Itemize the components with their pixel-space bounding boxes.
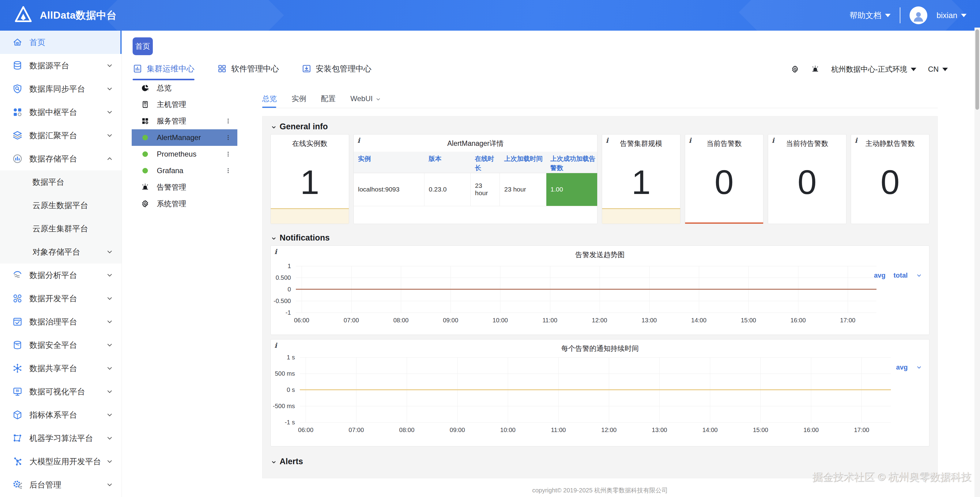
sidebar-item[interactable]: 数据安全平台 <box>0 333 122 357</box>
info-icon[interactable] <box>274 341 277 349</box>
more-vert-icon[interactable] <box>224 117 232 125</box>
service-menu-item-label: Prometheus <box>157 150 224 158</box>
module-tab[interactable]: 软件管理中心 <box>217 61 279 78</box>
username-label: bixian <box>937 11 957 20</box>
service-menu-item[interactable]: Grafana <box>132 162 237 179</box>
x-axis-tick-label: 06:00 <box>294 317 309 324</box>
sidebar-item[interactable]: 指标体系平台 <box>0 403 122 427</box>
sidebar-item[interactable]: 首页 <box>0 31 122 54</box>
help-doc-menu[interactable]: 帮助文档 <box>850 10 891 21</box>
sidebar-item[interactable]: 对象存储平台 <box>0 240 122 263</box>
sidebar-item[interactable]: 数据治理平台 <box>0 310 122 333</box>
detail-tab[interactable]: 配置 <box>321 89 336 108</box>
alert-siren-icon[interactable] <box>811 65 819 73</box>
header-divider <box>900 7 900 23</box>
stat-value: 1 <box>602 165 680 199</box>
sidebar-item[interactable]: 数据共享平台 <box>0 357 122 380</box>
home-tag-button[interactable]: 首页 <box>133 37 153 55</box>
sidebar-item[interactable]: 数据库同步平台 <box>0 77 122 100</box>
legend-item[interactable]: avg <box>874 271 886 279</box>
service-menu-item-label: 服务管理 <box>157 116 224 126</box>
module-tab[interactable]: 安装包管理中心 <box>302 61 371 78</box>
sidebar-item[interactable]: 数据存储平台 <box>0 147 122 170</box>
service-menu-item[interactable]: 告警管理 <box>132 179 237 196</box>
info-icon[interactable] <box>274 248 277 256</box>
caret-down-icon <box>961 14 967 17</box>
sidebar-item-label: 数据汇聚平台 <box>29 130 106 141</box>
sidebar-item[interactable]: 数据源平台 <box>0 54 122 77</box>
chev-down-icon[interactable] <box>916 272 923 279</box>
detail-tab[interactable]: WebUI <box>350 89 381 108</box>
info-icon[interactable] <box>689 136 691 144</box>
table-column-header[interactable]: 实例 <box>354 152 425 173</box>
chev-down-icon <box>106 388 114 395</box>
section-alerts[interactable]: Alerts <box>270 455 929 468</box>
table-column-header[interactable]: 版本 <box>425 152 471 173</box>
detail-tab-label: 配置 <box>321 94 336 104</box>
x-axis-tick-label: 11:00 <box>551 427 566 433</box>
chart-series-line <box>296 289 877 290</box>
info-icon[interactable] <box>357 136 360 144</box>
sidebar-item[interactable]: 数据中枢平台 <box>0 100 122 124</box>
dev-circles-icon <box>12 293 23 304</box>
sidebar-item[interactable]: 机器学习算法平台 <box>0 427 122 450</box>
table-panel: AlertManager详情实例版本在线时长上次加载时间上次成功加载告警数loc… <box>353 134 598 224</box>
service-menu-item[interactable]: 总览 <box>132 80 237 96</box>
section-general-info[interactable]: General info <box>270 120 929 133</box>
info-icon[interactable] <box>855 136 857 144</box>
language-selector[interactable]: CN <box>928 65 948 73</box>
detail-tab[interactable]: 总览 <box>262 89 277 108</box>
chev-down-icon <box>106 341 114 349</box>
sidebar-item[interactable]: 数据分析平台 <box>0 263 122 287</box>
sidebar-item[interactable]: 大模型应用开发平台 <box>0 450 122 473</box>
service-menu-item-label: 主机管理 <box>157 100 232 109</box>
admin-gear-icon <box>12 479 23 490</box>
ml-nodes-icon <box>12 433 23 443</box>
siren-icon <box>141 183 150 191</box>
service-menu-item[interactable]: AlertManager <box>132 129 237 146</box>
x-axis-tick-label: 10:00 <box>500 427 515 433</box>
sidebar-item[interactable]: 数据汇聚平台 <box>0 124 122 147</box>
service-menu-item[interactable]: 系统管理 <box>132 196 237 212</box>
chev-down-icon <box>106 364 114 372</box>
info-icon[interactable] <box>772 136 774 144</box>
detail-tab[interactable]: 实例 <box>291 89 306 108</box>
y-axis-tick-label: -500 ms <box>271 403 295 410</box>
legend-item[interactable]: total <box>894 271 908 279</box>
service-menu-item[interactable]: 服务管理 <box>132 113 237 129</box>
more-vert-icon[interactable] <box>224 167 232 174</box>
env-selector-label: 杭州数据中心-正式环境 <box>831 64 907 74</box>
module-tab[interactable]: 集群运维中心 <box>133 61 194 78</box>
service-menu-item[interactable]: Prometheus <box>132 146 237 162</box>
user-menu[interactable]: bixian <box>937 11 967 20</box>
sidebar-item[interactable]: 数据开发平台 <box>0 287 122 310</box>
table-column-header[interactable]: 在线时长 <box>471 152 500 173</box>
scrollbar-thumb[interactable] <box>975 29 979 110</box>
service-menu-item[interactable]: 主机管理 <box>132 96 237 113</box>
stat-panel: 当前待告警数0 <box>768 134 846 224</box>
chart-panel: 告警发送趋势图avgtotal10.5000-0.500-106:0007:00… <box>270 245 929 335</box>
status-dot-icon <box>142 135 148 140</box>
legend-item[interactable]: avg <box>896 363 908 371</box>
sidebar-item[interactable]: 云原生集群平台 <box>0 217 122 240</box>
sidebar-item[interactable]: 数据平台 <box>0 170 122 194</box>
datacenter-env-selector[interactable]: 杭州数据中心-正式环境 <box>831 64 916 74</box>
table-cell: 1.00 <box>546 173 597 206</box>
settings-gear-icon[interactable] <box>791 65 799 73</box>
sidebar-item[interactable]: 后台管理 <box>0 473 122 496</box>
govern-check-icon <box>12 317 23 327</box>
caret-down-icon <box>885 14 891 17</box>
more-vert-icon[interactable] <box>224 150 232 158</box>
info-icon[interactable] <box>606 136 608 144</box>
chev-down-icon <box>106 318 114 326</box>
table-column-header[interactable]: 上次加载时间 <box>500 152 546 173</box>
chev-down-icon[interactable] <box>916 364 923 371</box>
sidebar-item[interactable]: BI数据可视化平台 <box>0 380 122 403</box>
chev-down-icon <box>106 131 114 139</box>
more-vert-icon[interactable] <box>224 134 232 141</box>
user-avatar[interactable] <box>910 6 928 24</box>
table-column-header[interactable]: 上次成功加载告警数 <box>546 152 597 173</box>
section-notifications[interactable]: Notifications <box>270 231 929 244</box>
gridline <box>300 406 891 406</box>
sidebar-item[interactable]: 云原生数据平台 <box>0 194 122 217</box>
